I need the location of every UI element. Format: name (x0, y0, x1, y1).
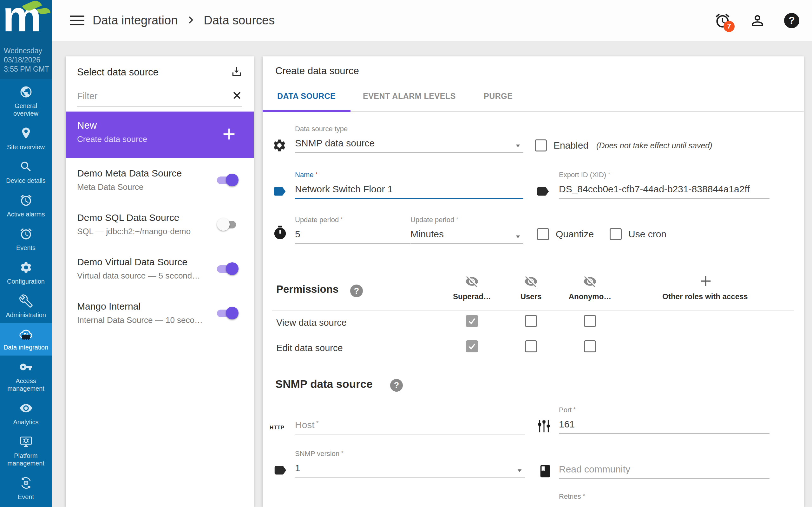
required-marker: * (608, 171, 610, 178)
help-icon[interactable] (350, 285, 363, 297)
tab-event-alarm-levels[interactable]: EVENT ALARM LEVELS (363, 92, 456, 101)
name-field[interactable]: Name* Network Switch Floor 1 (295, 171, 523, 199)
port-field[interactable]: Port* 161 (559, 406, 769, 434)
snmp-version-select[interactable]: SNMP version* 1 (295, 450, 525, 477)
sidebar-item-access-management[interactable]: Access management (0, 355, 52, 397)
breadcrumb-page: Data sources (204, 14, 275, 27)
view-superadmin-checkbox[interactable] (466, 315, 478, 327)
list-item-data-source[interactable]: Demo Meta Data Source Meta Data Source (66, 158, 254, 202)
permission-row-label: Edit data source (276, 343, 343, 353)
sidebar-item-events[interactable]: Events (0, 222, 52, 256)
update-period-value-field[interactable]: Update period* 5 (295, 216, 410, 244)
source-subtitle: Virtual data source — 5 second… (77, 271, 219, 281)
use-cron-checkbox[interactable] (610, 228, 622, 240)
edit-users-checkbox[interactable] (525, 340, 537, 352)
view-users-checkbox[interactable] (525, 315, 537, 327)
use-cron-label: Use cron (628, 229, 666, 239)
sidebar-item-device-details[interactable]: Device details (0, 155, 52, 189)
sidebar: m Wednesday 03/18/2026 3:55 PM GMT Gener… (0, 0, 52, 507)
menu-toggle-button[interactable] (70, 15, 84, 25)
required-marker: * (315, 171, 318, 178)
enabled-checkbox-row[interactable]: Enabled (Does not take effect until save… (535, 139, 712, 152)
port-value: 161 (559, 419, 769, 430)
field-label: Port (559, 406, 571, 414)
breadcrumb: Data integration Data sources (93, 14, 275, 27)
field-label: Name (295, 171, 314, 179)
sidebar-item-configuration[interactable]: Configuration (0, 256, 52, 290)
use-cron-checkbox-row[interactable]: Use cron (610, 228, 666, 240)
magnifier-icon (19, 160, 33, 175)
permission-column-superadmin: Superad… (447, 292, 497, 301)
quantize-checkbox[interactable] (537, 228, 549, 240)
sidebar-item-active-alarms[interactable]: Active alarms (0, 189, 52, 222)
sidebar-item-general-overview[interactable]: General overview (0, 80, 52, 122)
data-source-type-select[interactable]: Data source type SNMP data source (295, 125, 523, 153)
sidebar-item-site-overview[interactable]: Site overview (0, 122, 52, 155)
sidebar-item-platform-management[interactable]: Platform management (0, 430, 52, 471)
field-value: SNMP data source (295, 138, 523, 149)
breadcrumb-section[interactable]: Data integration (93, 14, 177, 27)
add-role-plus-icon[interactable] (699, 274, 713, 290)
sidebar-item-label: General overview (2, 102, 50, 117)
enable-toggle[interactable] (217, 262, 239, 275)
read-community-field[interactable]: Read community (559, 460, 769, 479)
sidebar-item-analytics[interactable]: Analytics (0, 397, 52, 430)
enabled-checkbox[interactable] (535, 139, 547, 152)
sidebar-item-label: Analytics (13, 418, 38, 426)
clear-filter-icon[interactable] (232, 90, 242, 102)
update-period-value: 5 (295, 229, 410, 240)
view-anonymous-checkbox[interactable] (584, 315, 596, 327)
sidebar-nav: General overview Site overview Device de… (0, 79, 52, 505)
sliders-icon (537, 419, 551, 435)
source-subtitle: Meta Data Source (77, 182, 219, 192)
quantize-checkbox-row[interactable]: Quantize (537, 228, 594, 240)
xid-field[interactable]: Export ID (XID)* DS_84ccb0e1-cfb7-44ad-b… (559, 171, 769, 199)
required-marker: * (341, 450, 344, 457)
enable-toggle[interactable] (217, 306, 239, 320)
tab-purge[interactable]: PURGE (484, 92, 513, 101)
alarm-clock-icon (19, 227, 33, 242)
app-window: m Wednesday 03/18/2026 3:55 PM GMT Gener… (0, 0, 812, 507)
sidebar-item-data-integration[interactable]: Data integration (0, 323, 52, 355)
tab-data-source[interactable]: DATA SOURCE (277, 92, 336, 101)
sidebar-item-label: Data integration (3, 343, 48, 351)
filter-placeholder: Filter (77, 91, 97, 101)
list-item-data-source[interactable]: Demo Virtual Data Source Virtual data so… (66, 246, 254, 291)
bookmark-book-icon (538, 464, 553, 480)
required-marker: * (573, 406, 576, 413)
import-download-icon[interactable] (230, 65, 243, 79)
globe-icon (19, 85, 33, 100)
update-period-unit-select[interactable]: Update period* Minutes (410, 216, 523, 244)
alarms-button[interactable]: 7 (714, 12, 731, 29)
dropdown-arrow-icon (514, 233, 521, 241)
list-item-data-source[interactable]: Demo SQL Data Source SQL — jdbc:h2:~/man… (66, 202, 254, 246)
permission-column-anonymous: Anonymo… (565, 292, 615, 301)
retries-field[interactable]: Retries* (559, 493, 769, 501)
sidebar-item-label: Site overview (7, 143, 45, 151)
enable-toggle[interactable] (217, 173, 239, 187)
time-text: 3:55 PM GMT (4, 65, 52, 74)
help-icon[interactable] (390, 379, 403, 392)
list-item-data-source[interactable]: Mango Internal Internal Data Source — 10… (66, 291, 254, 335)
topbar-actions: 7 (714, 12, 799, 29)
list-item-new-data-source[interactable]: New Create data source (66, 112, 254, 158)
enable-toggle[interactable] (217, 218, 239, 231)
permission-column-other-roles[interactable]: Other roles with access (651, 292, 759, 301)
sidebar-item-administration[interactable]: Administration (0, 290, 52, 323)
eye-off-icon (583, 274, 597, 288)
sidebar-item-label: Event (18, 493, 34, 501)
user-button[interactable] (749, 12, 766, 29)
sidebar-item-label: Device details (6, 177, 46, 184)
mango-logo: m (0, 0, 52, 44)
stopwatch-icon (273, 225, 287, 241)
dropdown-arrow-icon (514, 142, 521, 151)
edit-superadmin-checkbox[interactable] (466, 340, 478, 352)
host-field[interactable]: Host* (295, 415, 525, 435)
enabled-label: Enabled (554, 140, 589, 151)
filter-input[interactable]: Filter (77, 90, 242, 107)
field-label: Export ID (XID) (559, 171, 606, 179)
edit-anonymous-checkbox[interactable] (584, 340, 596, 352)
permissions-title: Permissions (276, 283, 339, 295)
sidebar-item-event-handlers[interactable]: Event (0, 471, 52, 505)
help-button[interactable] (784, 13, 799, 28)
